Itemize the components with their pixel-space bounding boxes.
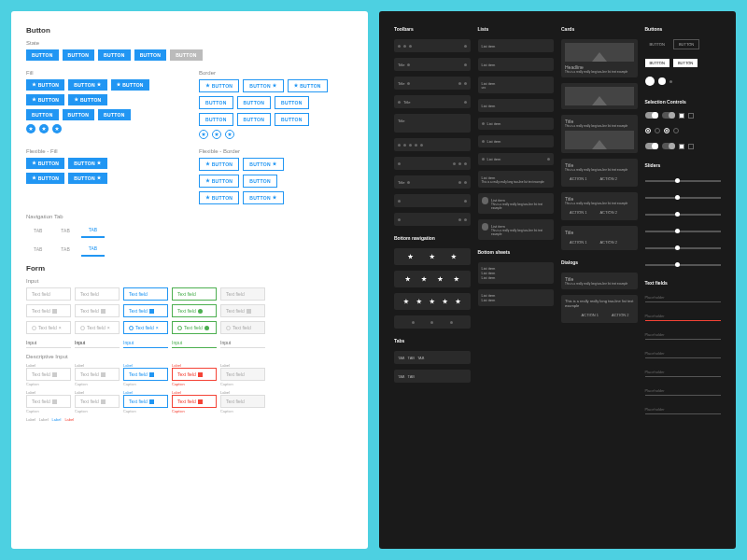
fill-btn[interactable]: BUTTON [26,79,64,91]
text-input-icon[interactable]: Text field [172,304,217,317]
nav-item[interactable] [454,276,459,282]
border-btn-sm[interactable]: BUTTON [275,113,309,126]
raised-button[interactable]: BUTTON [673,59,698,67]
fill-btn-sm[interactable]: BUTTON [63,109,95,120]
list-item[interactable]: List item [478,118,555,130]
back-icon[interactable] [398,101,401,104]
flex-border-btn[interactable]: BUTTON [243,158,283,171]
text-field-error[interactable]: Placeholder [645,312,722,321]
action-icon[interactable] [547,158,550,161]
text-input[interactable]: Text field [123,368,168,381]
list-item[interactable]: List item [478,39,555,52]
tab[interactable]: TAB [26,243,49,256]
text-input[interactable]: Text field [26,368,71,381]
card[interactable]: Headline This is a really really long tw… [561,39,638,77]
button-state-1[interactable]: BUTTON [26,49,59,61]
close-icon[interactable]: × [156,325,159,330]
flex-fill-btn[interactable]: BUTTON [26,173,64,184]
search-icon[interactable] [398,200,401,203]
line-input[interactable]: Input [123,338,168,348]
fab-button[interactable] [52,124,62,133]
close-icon[interactable]: × [59,325,62,330]
home-icon[interactable] [430,321,433,324]
back-icon[interactable] [412,321,415,324]
list-item[interactable]: List item [478,135,555,147]
nav-item[interactable] [416,299,422,304]
outline-button[interactable]: BUTTON [673,39,699,49]
tab[interactable]: TAB [53,243,77,256]
slider[interactable] [645,214,722,216]
flex-border-btn[interactable]: BUTTON [199,158,239,171]
switch[interactable] [662,143,675,149]
checkbox-on[interactable] [679,113,684,119]
card-action[interactable]: ACTION 2 [595,238,621,246]
radio-off[interactable] [673,128,679,133]
fill-btn-sm[interactable]: BUTTON [98,109,131,120]
border-btn[interactable]: BUTTON [243,79,283,92]
border-btn[interactable]: BUTTON [237,96,272,109]
text-input-success[interactable]: Text field [172,287,217,301]
text-input[interactable]: Text field [26,287,71,301]
flex-fill-btn[interactable]: BUTTON [68,173,106,184]
flex-border-btn[interactable]: BUTTON [243,175,277,188]
border-btn[interactable]: BUTTON [199,79,239,92]
action-icon[interactable] [464,82,467,85]
flex-fill-btn[interactable]: BUTTON [68,158,106,169]
fill-btn-sm[interactable]: BUTTON [26,109,59,120]
fab-outline[interactable] [212,130,221,139]
radio-off[interactable] [655,128,660,133]
fab-mini[interactable] [658,77,666,85]
text-field[interactable]: Placeholder [645,368,722,377]
flex-border-btn[interactable]: BUTTON [199,191,239,204]
nav-item[interactable] [456,299,461,304]
text-input-icon[interactable]: Text field [26,304,71,317]
fab-outline[interactable] [225,130,234,139]
recent-icon[interactable] [450,321,453,324]
list-item[interactable]: List item [478,99,555,112]
text-input[interactable]: Text field [26,395,71,408]
text-input[interactable]: Text field [75,287,120,301]
fab-button[interactable] [26,124,35,133]
card-action[interactable]: ACTION 1 [565,238,591,246]
switch-off[interactable] [662,112,675,119]
flat-button[interactable]: BUTTON [645,40,669,49]
card-action[interactable]: ACTION 1 [565,208,591,217]
tab[interactable]: TAB [53,224,77,237]
text-field[interactable]: Placeholder [645,405,722,414]
list-item[interactable]: List item [478,153,555,165]
nav-item[interactable] [451,254,457,259]
nav-item[interactable] [443,299,448,304]
list-item[interactable]: List item [478,58,555,71]
line-input[interactable]: Input [26,338,71,348]
text-input-error[interactable]: Text field [172,368,217,381]
tab[interactable]: TAB [26,224,49,237]
fill-btn[interactable]: BUTTON [68,79,106,91]
flex-fill-btn[interactable]: BUTTON [26,158,64,169]
line-input[interactable]: Input [172,338,217,348]
checkbox-off[interactable] [688,113,694,119]
card[interactable] [561,83,638,109]
list-item[interactable]: List itemThis is a really really long tw… [478,219,555,240]
card-action[interactable]: ACTION 2 [595,208,621,217]
checkbox[interactable] [679,144,684,149]
fab[interactable] [645,77,655,86]
border-btn[interactable]: BUTTON [288,79,328,92]
search-input[interactable]: Text field× [123,321,168,334]
card-action[interactable]: ACTION 1 [565,175,591,183]
tab-active[interactable]: TAB [81,223,105,238]
nav-item[interactable] [437,276,443,282]
menu-icon[interactable] [398,45,401,48]
action-icon[interactable] [458,82,461,85]
close-icon[interactable]: × [107,325,110,330]
text-input[interactable]: Text field [75,395,120,408]
fill-btn[interactable]: BUTTON [26,94,64,105]
raised-button[interactable]: BUTTON [645,59,669,67]
dialog-action[interactable]: ACTION 1 [577,311,603,319]
slider[interactable] [645,264,722,266]
action-icon[interactable] [409,45,412,48]
radio-on[interactable] [645,128,651,133]
button-state-3[interactable]: BUTTON [98,49,131,61]
list-item[interactable]: List itemThis is a really really long tw… [478,171,555,188]
text-field[interactable]: Placeholder [645,349,722,358]
search-icon[interactable] [398,218,401,221]
